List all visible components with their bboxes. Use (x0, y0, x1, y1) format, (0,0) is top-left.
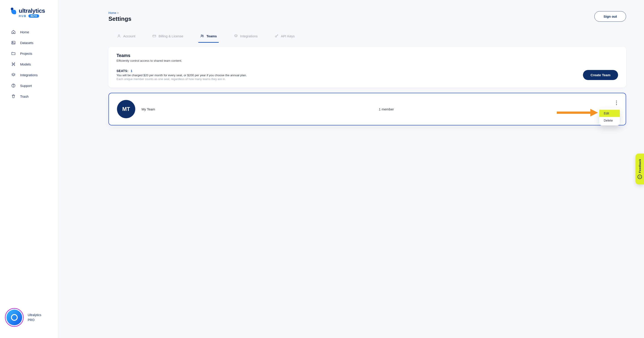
panel-title: Teams (116, 53, 618, 58)
annotation-arrow-icon (557, 110, 599, 115)
sidebar-item-label: Trash (20, 94, 28, 98)
more-vertical-icon (616, 100, 617, 106)
tab-api-keys[interactable]: API Keys (273, 32, 296, 43)
menu-item-delete[interactable]: Delete (599, 117, 620, 124)
profile-name: Ultralytics (28, 312, 41, 318)
sidebar-item-label: Support (20, 84, 32, 88)
sidebar-item-models[interactable]: Models (0, 59, 58, 70)
avatar (6, 310, 22, 325)
logo-hub: HUB (19, 14, 26, 18)
logo-icon (10, 7, 16, 15)
tab-label: API Keys (281, 34, 295, 38)
sidebar-item-label: Datasets (20, 41, 33, 45)
tab-label: Integrations (240, 34, 258, 38)
layers-icon (11, 73, 16, 77)
seats-note: Each unique member counts as one seat, r… (116, 77, 247, 81)
top-bar: Home > Settings Sign out (108, 11, 626, 22)
sidebar-item-label: Projects (20, 52, 32, 56)
svg-point-2 (12, 42, 13, 42)
key-icon (274, 34, 278, 38)
team-menu-button[interactable] (614, 100, 620, 106)
tab-label: Teams (206, 34, 217, 38)
page-title: Settings (108, 16, 132, 22)
breadcrumb: Home > (108, 11, 132, 14)
beta-badge: BETA (28, 14, 39, 18)
sidebar-item-label: Home (20, 30, 29, 34)
image-icon (11, 40, 16, 45)
tab-label: Billing & License (158, 34, 183, 38)
sidebar-item-support[interactable]: Support (0, 80, 58, 91)
feedback-label: Feedback (638, 159, 642, 173)
sidebar-nav: Home Datasets Projects Models Integratio… (0, 24, 58, 104)
sidebar-item-label: Models (20, 62, 31, 66)
svg-point-5 (118, 35, 120, 36)
folder-icon (11, 51, 16, 56)
svg-point-7 (201, 35, 202, 36)
tab-label: Account (123, 34, 135, 38)
svg-point-8 (202, 35, 204, 36)
tab-billing[interactable]: Billing & License (150, 32, 185, 43)
team-icon (200, 34, 204, 38)
avatar-glyph-icon (11, 314, 18, 321)
app-root: ultralytics HUB BETA Home Datasets Proje… (0, 0, 644, 338)
team-avatar: MT (117, 100, 135, 118)
svg-rect-1 (12, 41, 15, 44)
sidebar-item-trash[interactable]: Trash (0, 91, 58, 102)
main-content: Home > Settings Sign out Account Billing… (58, 0, 644, 338)
create-team-button[interactable]: Create Team (583, 70, 618, 80)
tab-account[interactable]: Account (115, 32, 137, 43)
sidebar-profile[interactable]: Ultralytics PRO (0, 304, 58, 334)
sidebar-item-home[interactable]: Home (0, 26, 58, 37)
svg-point-0 (11, 8, 14, 10)
layers-icon (234, 34, 238, 38)
help-icon (11, 84, 16, 88)
breadcrumb-home-link[interactable]: Home (108, 11, 116, 14)
logo-word: ultralytics (19, 8, 45, 14)
user-icon (117, 34, 121, 38)
logo[interactable]: ultralytics HUB BETA (0, 7, 58, 24)
menu-item-edit[interactable]: Edit (599, 110, 620, 117)
trash-icon (11, 94, 16, 98)
feedback-tab[interactable]: Feedback ☺ (636, 154, 644, 184)
home-icon (11, 30, 16, 34)
profile-plan: PRO (28, 318, 41, 322)
team-row[interactable]: MT My Team 1 member Edit Delete (108, 93, 626, 126)
seats-description: You will be charged $20 per month for ev… (116, 74, 247, 77)
seats-label: SEATS: (116, 69, 128, 73)
seats-value: 1 (130, 69, 132, 73)
breadcrumb-sep: > (117, 11, 119, 14)
teams-panel: Teams Efficiently control access to shar… (108, 47, 626, 88)
sidebar-item-integrations[interactable]: Integrations (0, 70, 58, 80)
credit-card-icon (152, 34, 156, 38)
team-menu: Edit Delete (599, 108, 620, 126)
avatar-ring (5, 308, 24, 327)
tab-integrations[interactable]: Integrations (232, 32, 260, 43)
svg-point-9 (275, 36, 276, 37)
settings-tabs: Account Billing & License Teams Integrat… (108, 32, 626, 43)
sidebar-item-projects[interactable]: Projects (0, 48, 58, 59)
panel-subtitle: Efficiently control access to shared tea… (116, 59, 618, 62)
team-name: My Team (142, 107, 155, 111)
svg-point-4 (13, 86, 14, 87)
sign-out-button[interactable]: Sign out (594, 11, 626, 22)
team-members-count: 1 member (379, 107, 394, 111)
svg-rect-6 (153, 35, 156, 37)
sidebar: ultralytics HUB BETA Home Datasets Proje… (0, 0, 58, 338)
tab-teams[interactable]: Teams (198, 32, 218, 43)
command-icon (11, 62, 16, 66)
smile-icon: ☺ (638, 174, 642, 179)
sidebar-item-datasets[interactable]: Datasets (0, 37, 58, 48)
sidebar-item-label: Integrations (20, 73, 38, 77)
profile-label: Ultralytics PRO (28, 312, 41, 322)
